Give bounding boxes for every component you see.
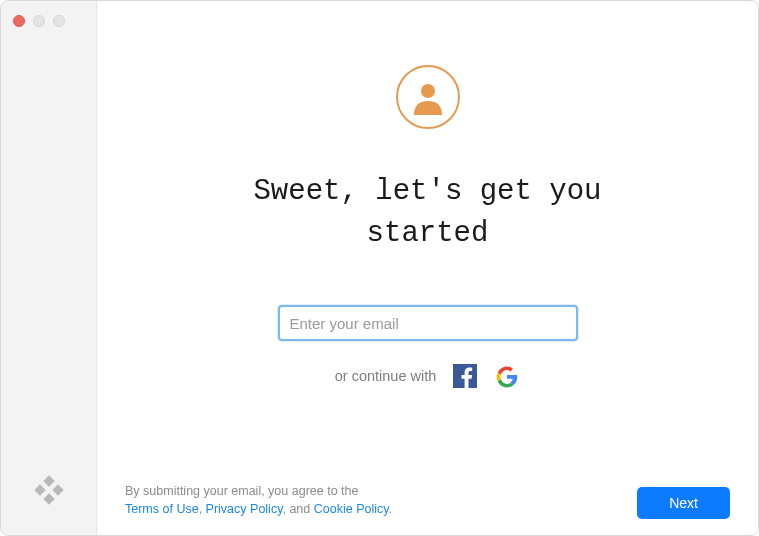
sidebar	[1, 1, 97, 535]
legal-sep1: ,	[199, 502, 206, 516]
terms-of-use-link[interactable]: Terms of Use	[125, 502, 199, 516]
main-content: Sweet, let's get you started or continue…	[97, 1, 758, 535]
email-input[interactable]	[278, 305, 578, 341]
facebook-icon	[453, 364, 477, 388]
window-controls	[1, 1, 96, 41]
avatar-icon	[396, 65, 460, 129]
continue-with-label: or continue with	[335, 368, 437, 384]
facebook-button[interactable]	[452, 363, 478, 389]
social-continue-row: or continue with	[335, 363, 521, 389]
cookie-policy-link[interactable]: Cookie Policy	[314, 502, 389, 516]
app-logo-icon	[33, 475, 65, 511]
svg-rect-3	[43, 493, 54, 504]
minimize-window-button[interactable]	[33, 15, 45, 27]
next-button[interactable]: Next	[637, 487, 730, 519]
legal-prefix: By submitting your email, you agree to t…	[125, 484, 358, 498]
svg-rect-2	[52, 484, 63, 495]
svg-point-4	[421, 84, 435, 98]
svg-rect-0	[43, 475, 54, 486]
google-button[interactable]	[494, 363, 520, 389]
legal-text: By submitting your email, you agree to t…	[125, 482, 392, 520]
close-window-button[interactable]	[13, 15, 25, 27]
legal-suffix: .	[389, 502, 392, 516]
maximize-window-button[interactable]	[53, 15, 65, 27]
privacy-policy-link[interactable]: Privacy Policy	[206, 502, 283, 516]
legal-sep2: , and	[282, 502, 313, 516]
app-window: Sweet, let's get you started or continue…	[0, 0, 759, 536]
svg-rect-1	[34, 484, 45, 495]
footer: By submitting your email, you agree to t…	[125, 482, 730, 520]
google-icon	[495, 364, 519, 388]
page-heading: Sweet, let's get you started	[218, 171, 638, 255]
onboarding-content: Sweet, let's get you started or continue…	[97, 1, 758, 535]
